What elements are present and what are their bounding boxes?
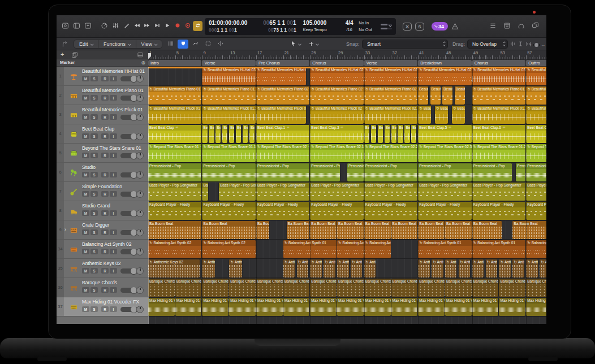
region[interactable]: ↻Anthemic Keys 02 xyxy=(418,259,429,278)
mute-button[interactable]: M xyxy=(82,172,89,177)
region[interactable]: ↻Anthemic Keys 02 xyxy=(202,259,215,278)
pan-knob[interactable] xyxy=(136,94,144,102)
record-enable-button[interactable]: R xyxy=(101,114,109,120)
region[interactable]: Ba-Boom Beat xyxy=(512,221,546,239)
share-icon[interactable] xyxy=(451,22,459,32)
region[interactable]: ↻Balancing Act Synth 01 xyxy=(364,240,391,258)
region[interactable]: ↻Anthemic Keys 02 xyxy=(310,259,321,278)
region[interactable]: ↻Beautiful Memories Piano 02 xyxy=(310,86,363,105)
region[interactable]: ↻Anthemic Keys 02 xyxy=(459,259,470,278)
region[interactable]: Percussionist - Pop xyxy=(310,163,340,181)
list-editors-button[interactable] xyxy=(488,22,497,31)
region[interactable]: Keyboard Player - Freely xyxy=(202,202,255,220)
section-marker[interactable]: Outtro xyxy=(526,60,546,66)
track-header-row[interactable]: 35Anthemic Keys 02MSRI xyxy=(57,259,148,278)
region[interactable]: Beet Beat Clap xyxy=(222,125,227,143)
region[interactable]: Keyboard Player - Freely xyxy=(526,202,546,220)
editors-button[interactable] xyxy=(122,22,131,31)
section-marker[interactable]: Breakdown xyxy=(418,60,471,66)
region[interactable]: Baroque Chords xyxy=(202,279,228,297)
region[interactable]: Max Hiding 01 V xyxy=(310,298,337,316)
loop-browser-button[interactable] xyxy=(516,22,525,31)
region[interactable]: Bass Player - Pop Songwriter xyxy=(418,183,471,201)
region[interactable]: ↻Beautiful Memories Pluck 01.1 xyxy=(202,106,255,124)
region[interactable]: ↻Beautiful Memories Hi-Hat 03.1 xyxy=(202,67,255,85)
section-marker[interactable]: Verse xyxy=(364,60,417,66)
region[interactable]: ↻Beautiful Memories Hi-Hat 02.3 xyxy=(418,67,471,85)
region[interactable]: ↻Anthemic Keys 02 xyxy=(499,259,510,278)
mute-button[interactable]: M xyxy=(82,114,89,120)
mute-button[interactable]: M xyxy=(82,249,89,254)
vertical-zoom-button[interactable] xyxy=(517,40,524,49)
mute-button[interactable]: M xyxy=(82,229,89,235)
solo-button[interactable]: S xyxy=(90,287,98,293)
region[interactable]: Ba-Boom Beat xyxy=(337,221,364,239)
waveform-zoom-button[interactable] xyxy=(509,40,516,49)
cycle-button[interactable] xyxy=(193,21,202,31)
automation-button[interactable] xyxy=(190,40,201,49)
region[interactable]: ↻Anthemic Keys 02 xyxy=(486,259,497,278)
pencil-plus-button[interactable] xyxy=(306,40,320,49)
record-enable-button[interactable]: R xyxy=(101,76,109,81)
solo-button[interactable]: S xyxy=(90,76,98,81)
browsers-button[interactable] xyxy=(531,22,540,31)
forward-button[interactable] xyxy=(142,21,152,31)
solo-button[interactable]: S xyxy=(90,95,98,101)
region[interactable]: ↻Beautiful Memories Hi-Hat 02.2 xyxy=(364,67,417,85)
region[interactable]: ↻Beyond The Stars Snare 02.3 xyxy=(418,144,471,162)
section-marker[interactable]: Chorus xyxy=(310,60,363,66)
region[interactable]: Bass Player xyxy=(202,183,208,201)
duplicate-track-button[interactable] xyxy=(71,51,78,59)
region[interactable]: Ba-Boom Beat xyxy=(202,221,255,239)
region[interactable]: Percussionist - Pop xyxy=(148,163,201,181)
region[interactable]: Beet Beat Clap.5∞ xyxy=(418,125,471,143)
pan-knob[interactable] xyxy=(136,133,144,140)
region[interactable]: Baroque Chords xyxy=(391,279,418,297)
pan-knob[interactable] xyxy=(136,229,144,236)
region[interactable]: Max Hiding 01 V xyxy=(418,298,445,316)
pointer-button[interactable] xyxy=(288,40,303,49)
library-button[interactable] xyxy=(61,22,70,31)
input-monitor-button[interactable]: I xyxy=(110,191,117,197)
section-marker[interactable]: Verse xyxy=(202,60,255,66)
section-marker[interactable]: Intro xyxy=(148,60,201,66)
region[interactable]: Ba-Boom Beat xyxy=(418,221,445,239)
pan-knob[interactable] xyxy=(136,248,144,255)
mute-button[interactable]: M xyxy=(82,95,89,101)
quick-help-button[interactable] xyxy=(83,22,92,31)
track-header-row[interactable]: 36Baroque ChordsMSRI xyxy=(57,278,148,297)
region[interactable]: Baroque Chords xyxy=(526,279,546,297)
region[interactable]: Max Hiding 01 V xyxy=(148,298,175,316)
solo-button[interactable]: S xyxy=(90,172,98,177)
record-enable-button[interactable]: R xyxy=(101,153,109,158)
region[interactable]: Beet Beat Clap∞ xyxy=(148,125,201,143)
region[interactable]: Ba-Boom Beat xyxy=(287,221,310,239)
input-monitor-button[interactable]: I xyxy=(110,229,117,235)
region[interactable]: Beet Beat Clap xyxy=(243,125,248,143)
region[interactable]: Max Hiding 01 V xyxy=(391,298,418,316)
region[interactable]: Baroque Chords xyxy=(499,279,525,297)
region[interactable]: Beautiful Memories Piano xyxy=(455,86,465,105)
region[interactable]: Max Hiding 01 V xyxy=(337,298,364,316)
pan-knob[interactable] xyxy=(136,75,144,83)
track-header-row[interactable]: 9›Crate DiggerMSRI xyxy=(57,220,148,240)
region[interactable]: Beet Beat Clap xyxy=(398,125,403,143)
region[interactable]: Ba-Boom Beat xyxy=(472,221,502,239)
region[interactable]: ↻Beyond The Stars Snare 01∞ xyxy=(148,144,201,162)
snap-dropdown[interactable]: Smart xyxy=(362,40,448,49)
region[interactable]: Ba-Boom Beat xyxy=(310,221,337,239)
region[interactable]: ↻Balancing Act Synth 02 xyxy=(202,240,255,258)
play-button[interactable] xyxy=(162,21,172,31)
region[interactable]: ↻Beyond The Stars Snare 02.1 xyxy=(310,144,363,162)
region[interactable]: ↻Beautiful Memories Hi-Hat 03 xyxy=(256,67,306,85)
region[interactable]: ↻Beautiful Memories Piano 01.1 xyxy=(202,86,255,105)
region[interactable]: Bass Player - Pop Songwriter xyxy=(148,183,201,201)
region[interactable]: Percussionist - Pop xyxy=(418,163,471,181)
region[interactable]: ↻Beautiful Memories Pluck xyxy=(435,106,448,124)
region[interactable]: ↻Beautiful Memories Hi-Hat 02.1 xyxy=(310,67,363,85)
record-enable-button[interactable]: R xyxy=(101,172,109,177)
pan-knob[interactable] xyxy=(136,210,144,217)
add-track-button[interactable]: + xyxy=(61,51,64,58)
region[interactable]: Ba-Boom Beat xyxy=(364,221,391,239)
region[interactable]: Max Hiding 01 V xyxy=(256,298,283,316)
